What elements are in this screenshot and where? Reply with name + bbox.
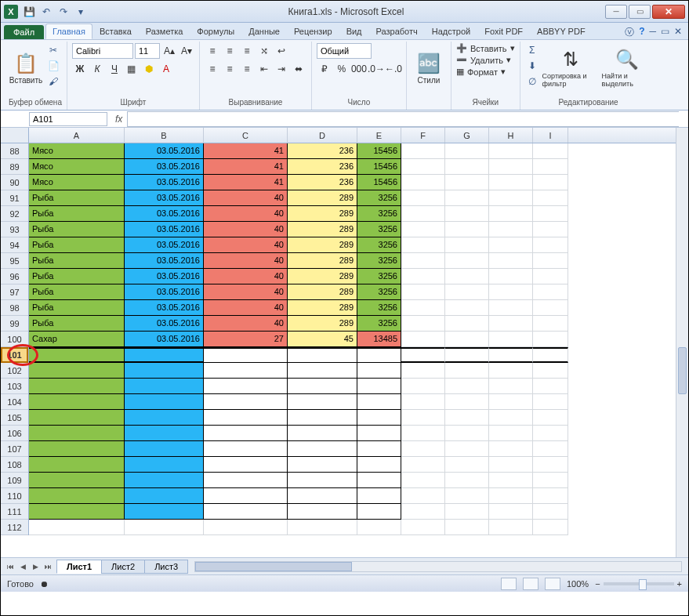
cell[interactable]: [288, 441, 357, 457]
cell[interactable]: [288, 347, 357, 363]
minimize-button[interactable]: ─: [605, 5, 627, 19]
increase-decimal-icon[interactable]: .0→: [368, 61, 384, 77]
close-button[interactable]: ✕: [652, 5, 685, 19]
cell[interactable]: [401, 159, 445, 175]
cell[interactable]: 03.05.2016: [125, 237, 204, 253]
fill-icon[interactable]: ⬇: [525, 59, 539, 73]
cell[interactable]: Мясо: [29, 175, 125, 190]
cell[interactable]: [401, 332, 445, 347]
view-normal-icon[interactable]: [501, 578, 517, 590]
cell[interactable]: [357, 457, 401, 473]
merge-cells-icon[interactable]: ⬌: [291, 61, 306, 77]
font-color-button[interactable]: A: [158, 61, 174, 77]
row-header[interactable]: 97: [1, 284, 28, 300]
cell[interactable]: [288, 363, 357, 379]
cell[interactable]: [288, 426, 357, 441]
cell[interactable]: [445, 473, 489, 488]
cell[interactable]: [489, 426, 533, 441]
row-header[interactable]: 98: [1, 300, 28, 316]
row-header[interactable]: 108: [1, 457, 28, 473]
cell[interactable]: [489, 175, 533, 190]
cell[interactable]: [401, 520, 445, 535]
col-header-H[interactable]: H: [489, 128, 533, 143]
cell[interactable]: 03.05.2016: [125, 175, 204, 190]
cell[interactable]: [401, 457, 445, 473]
italic-button[interactable]: К: [89, 61, 105, 77]
tab-Вставка[interactable]: Вставка: [92, 24, 139, 39]
cell[interactable]: [204, 363, 288, 379]
decrease-decimal-icon[interactable]: ←.0: [386, 61, 401, 77]
table-row[interactable]: Рыба03.05.2016402893256: [29, 206, 676, 222]
cell[interactable]: [125, 426, 204, 441]
row-header[interactable]: 110: [1, 488, 28, 504]
sort-filter-button[interactable]: ⇅ Сортировка и фильтр: [542, 43, 599, 93]
cell[interactable]: [204, 488, 288, 504]
cell[interactable]: 15456: [357, 175, 401, 190]
cell[interactable]: [489, 457, 533, 473]
cell[interactable]: [125, 504, 204, 520]
zoom-slider[interactable]: [604, 582, 674, 585]
cell[interactable]: 3256: [357, 253, 401, 269]
cell[interactable]: [445, 175, 489, 190]
cell[interactable]: 3256: [357, 284, 401, 300]
cell[interactable]: [204, 379, 288, 394]
cell[interactable]: [533, 457, 568, 473]
increase-indent-icon[interactable]: ⇥: [274, 61, 289, 77]
row-header[interactable]: 88: [1, 143, 28, 159]
cell[interactable]: [533, 143, 568, 159]
cell[interactable]: [445, 269, 489, 284]
cell[interactable]: [204, 504, 288, 520]
cell[interactable]: [489, 347, 533, 363]
tab-Данные[interactable]: Данные: [241, 24, 287, 39]
cell[interactable]: 03.05.2016: [125, 143, 204, 159]
cell[interactable]: [401, 441, 445, 457]
cell[interactable]: 3256: [357, 237, 401, 253]
align-top-icon[interactable]: ≡: [205, 43, 220, 59]
cell[interactable]: [489, 253, 533, 269]
fill-color-button[interactable]: ⬢: [141, 61, 157, 77]
styles-button[interactable]: 🔤 Стили: [412, 43, 446, 93]
cell[interactable]: Рыба: [29, 190, 125, 206]
cell[interactable]: [445, 332, 489, 347]
cell[interactable]: 15456: [357, 143, 401, 159]
cell[interactable]: [489, 284, 533, 300]
cell[interactable]: [29, 457, 125, 473]
cell[interactable]: [29, 441, 125, 457]
insert-cells-button[interactable]: ➕Вставить ▾: [456, 43, 515, 53]
view-pagebreak-icon[interactable]: [545, 578, 560, 590]
cell[interactable]: [288, 520, 357, 535]
cell[interactable]: [533, 441, 568, 457]
cell[interactable]: 3256: [357, 222, 401, 237]
copy-icon[interactable]: 📄: [46, 59, 60, 73]
cell[interactable]: [533, 206, 568, 222]
row-header[interactable]: 99: [1, 316, 28, 332]
cell[interactable]: [288, 488, 357, 504]
cell[interactable]: 3256: [357, 206, 401, 222]
cell[interactable]: [204, 457, 288, 473]
cell[interactable]: [533, 222, 568, 237]
cell[interactable]: [357, 394, 401, 410]
table-row[interactable]: [29, 347, 676, 363]
cell[interactable]: [401, 190, 445, 206]
table-row[interactable]: [29, 457, 676, 473]
find-select-button[interactable]: 🔍 Найти и выделить: [602, 43, 652, 93]
cell[interactable]: [204, 347, 288, 363]
cell[interactable]: 3256: [357, 190, 401, 206]
cell[interactable]: [288, 394, 357, 410]
row-header[interactable]: 91: [1, 190, 28, 206]
tab-Вид[interactable]: Вид: [339, 24, 369, 39]
cell[interactable]: [401, 426, 445, 441]
cell[interactable]: [401, 379, 445, 394]
tab-Формулы[interactable]: Формулы: [190, 24, 241, 39]
cell[interactable]: Мясо: [29, 143, 125, 159]
cell[interactable]: [445, 457, 489, 473]
cell[interactable]: [204, 410, 288, 426]
cell[interactable]: [29, 410, 125, 426]
sheet-nav-last-icon[interactable]: ⏭: [42, 560, 54, 573]
table-row[interactable]: Рыба03.05.2016402893256: [29, 316, 676, 332]
cell[interactable]: [533, 332, 568, 347]
cell[interactable]: [29, 520, 125, 535]
cell[interactable]: 40: [204, 222, 288, 237]
cell[interactable]: 40: [204, 300, 288, 316]
cell[interactable]: [29, 426, 125, 441]
